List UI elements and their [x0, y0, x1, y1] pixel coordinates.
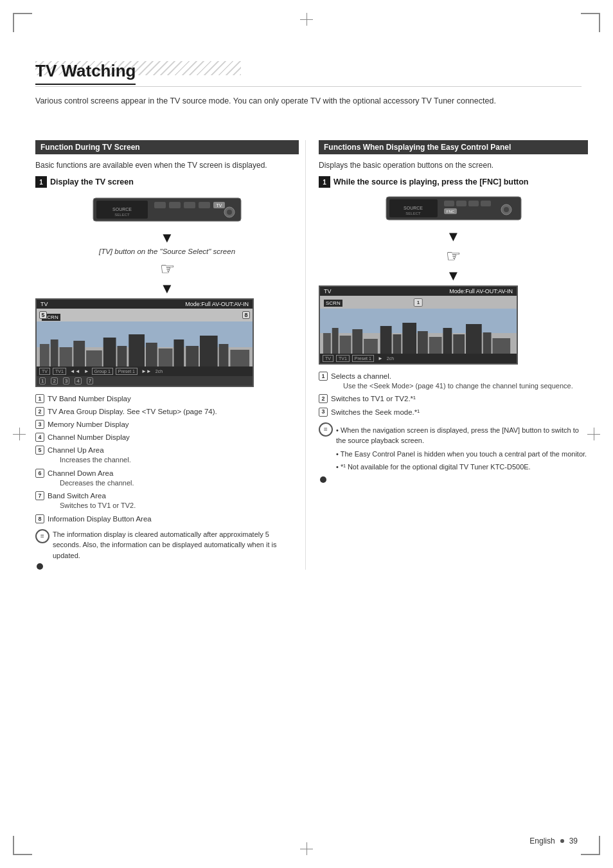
tv-bottom-ch: 2ch — [155, 369, 163, 374]
svg-rect-55 — [453, 334, 465, 354]
bullet-dot-left — [37, 563, 43, 570]
svg-rect-7 — [199, 202, 210, 208]
right-list-item-1: 1 Selects a channel. Use the <Seek Mode>… — [319, 371, 588, 391]
left-note-block: ≡ The information display is cleared aut… — [35, 529, 299, 561]
right-column: Functions When Displaying the Easy Contr… — [305, 140, 588, 570]
right-step1-label: 1 While the source is playing, press the… — [319, 176, 588, 188]
city-silhouette-right — [320, 309, 517, 354]
right-list-item-2: 2 Switches to TV1 or TV2.*¹ — [319, 393, 588, 404]
arrow-down-2: ▼ — [35, 282, 299, 296]
svg-rect-29 — [230, 350, 249, 366]
svg-text:TV: TV — [217, 203, 222, 208]
tv-bottom-preset: Preset 1 — [116, 368, 138, 375]
svg-rect-22 — [129, 334, 145, 366]
svg-text:SELECT: SELECT — [114, 213, 130, 217]
svg-point-12 — [227, 210, 232, 215]
svg-rect-50 — [393, 334, 402, 354]
svg-rect-56 — [466, 324, 482, 354]
left-section-header: Function During TV Screen — [35, 140, 299, 154]
right-preset-label: Preset 1 — [352, 355, 374, 362]
svg-rect-52 — [418, 331, 428, 354]
svg-rect-49 — [380, 326, 392, 354]
svg-text:SELECT: SELECT — [405, 212, 421, 215]
arrow-down-1: ▼ — [35, 231, 299, 245]
page-title: TV Watching — [35, 61, 136, 85]
right-note-1: When the navigation screen is displayed,… — [336, 425, 588, 446]
list-item-7: 7 Band Switch Area Switches to TV1 or TV… — [35, 491, 299, 511]
footer-language: English — [529, 836, 555, 845]
corner-mark-br — [581, 836, 600, 855]
svg-rect-45 — [332, 328, 339, 354]
svg-rect-28 — [219, 344, 229, 366]
svg-rect-5 — [169, 202, 181, 208]
ctrl-1: 1 — [414, 298, 423, 307]
svg-rect-36 — [468, 201, 479, 206]
svg-rect-24 — [159, 348, 173, 366]
left-column: Function During TV Screen Basic function… — [35, 140, 299, 570]
num-7-label: 7 — [87, 377, 93, 384]
svg-rect-18 — [73, 341, 85, 366]
svg-text:FNC: FNC — [446, 210, 454, 213]
right-num-list: 1 Selects a channel. Use the <Seek Mode>… — [319, 371, 588, 417]
svg-rect-54 — [443, 328, 452, 354]
crosshair-left — [13, 428, 26, 440]
note-icon-left: ≡ — [35, 529, 49, 543]
svg-rect-51 — [402, 323, 416, 354]
screen-numbers-row: 1 2 3 4 7 — [37, 376, 253, 386]
tv-mode-right: Mode:Full AV-OUT:AV-IN — [449, 288, 513, 294]
svg-rect-57 — [483, 332, 492, 354]
num-4-label: 4 — [75, 377, 81, 384]
svg-rect-21 — [118, 346, 127, 366]
arrow-down-right: ▼ — [319, 230, 588, 244]
touch-hand-icon: ☞ — [35, 259, 299, 279]
crosshair-right — [587, 428, 600, 440]
scrn-button-right: SCRN — [324, 300, 342, 307]
corner-mark-bl — [13, 836, 32, 855]
corner-mark-tl — [13, 13, 32, 32]
right-note-3: *¹ Not available for the optional digita… — [336, 462, 588, 473]
num-1-label: 1 — [39, 377, 46, 384]
svg-rect-44 — [323, 333, 331, 354]
svg-rect-20 — [103, 338, 116, 366]
tv-bottom-group: Group 1 — [92, 368, 113, 375]
right-list-item-3: 3 Switches the Seek mode.*¹ — [319, 407, 588, 417]
svg-point-41 — [504, 207, 509, 212]
svg-rect-26 — [186, 346, 199, 366]
bullet-dot-right — [320, 476, 326, 483]
svg-rect-17 — [60, 347, 73, 366]
footer-dot — [560, 839, 564, 843]
tv-content-right: SCRN 1 ◄ BAND SEEK ► 2 3 — [320, 296, 517, 354]
list-item-5: 5 Channel Up Area Increases the channel. — [35, 445, 299, 465]
svg-rect-4 — [154, 202, 166, 208]
list-item-4: 4 Channel Number Display — [35, 432, 299, 442]
left-section-desc: Basic functions are available even when … — [35, 159, 299, 171]
screen-controls-right: 1 — [414, 298, 423, 307]
svg-rect-46 — [340, 336, 351, 354]
svg-rect-15 — [40, 344, 49, 366]
device-svg-right: SOURCE SELECT FNC — [383, 193, 524, 225]
svg-rect-47 — [352, 329, 362, 354]
device-image-top: SOURCE SELECT TV — [35, 193, 299, 228]
left-note-text: The information display is cleared autom… — [53, 529, 299, 561]
main-columns: Function During TV Screen Basic function… — [35, 140, 588, 570]
list-item-2: 2 TV Area Group Display. See <TV Setup> … — [35, 406, 299, 417]
touch-hand-right: ☞ — [319, 246, 588, 266]
title-underline — [35, 86, 582, 87]
tv-label-left: TV — [40, 301, 48, 307]
screen-num-6r: 8 — [242, 311, 250, 319]
city-silhouette-left — [37, 321, 253, 366]
svg-rect-27 — [200, 336, 218, 366]
svg-rect-58 — [492, 338, 510, 354]
screen-num-5: 5 — [39, 311, 47, 319]
right-ch-label: 2ch — [387, 356, 394, 361]
crosshair-top — [300, 13, 313, 26]
svg-rect-6 — [184, 202, 195, 208]
tv-bottom-bar-left: TV TV1 ◄◄ ► Group 1 Preset 1 ►► 2ch — [37, 366, 253, 376]
right-tv1-label: TV1 — [336, 355, 350, 362]
device-image-right: SOURCE SELECT FNC — [319, 193, 588, 227]
arrow-down-right2: ▼ — [319, 269, 588, 283]
note-icon-right: ≡ — [319, 422, 333, 437]
right-tv-label: TV — [323, 355, 333, 362]
svg-rect-34 — [444, 201, 454, 206]
right-note-block: ≡ When the navigation screen is displaye… — [319, 422, 588, 474]
